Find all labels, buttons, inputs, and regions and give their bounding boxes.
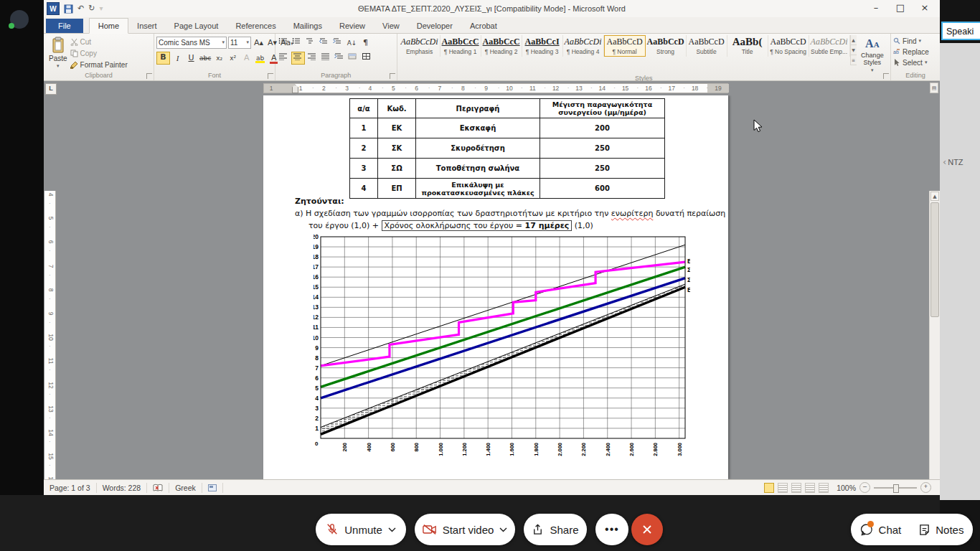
vertical-ruler[interactable]: 4·5·6·7·8·9·10·11·12·13·14·15·16·17·18·1… xyxy=(44,191,56,479)
style-title[interactable]: AaBb(Title xyxy=(727,35,768,57)
tab-insert[interactable]: Insert xyxy=(128,19,166,33)
draft-view-button[interactable] xyxy=(819,483,829,493)
subscript-button[interactable]: x₂ xyxy=(213,52,225,64)
participant-item[interactable]: ‹ ΝΤΖ xyxy=(943,156,963,167)
tab-file[interactable]: File xyxy=(46,19,83,33)
vertical-scrollbar[interactable]: ▲ ▲ ● ▼ xyxy=(929,191,940,479)
tab-review[interactable]: Review xyxy=(331,19,374,33)
styles-dialog-launcher[interactable] xyxy=(883,73,889,79)
scroll-up-icon[interactable]: ▲ xyxy=(930,192,939,201)
more-options-button[interactable]: ••• xyxy=(595,514,628,545)
gallery-up-icon[interactable]: ▲ xyxy=(851,35,857,45)
zoom-out-button[interactable]: – xyxy=(859,482,870,493)
numbering-icon[interactable] xyxy=(291,37,303,49)
paragraph-dialog-launcher[interactable] xyxy=(390,73,395,79)
notes-button[interactable]: Notes xyxy=(910,524,972,536)
bullets-icon[interactable] xyxy=(278,37,290,49)
style-normal[interactable]: AaBbCcD¶ Normal xyxy=(604,35,646,57)
gallery-down-icon[interactable]: ▼ xyxy=(851,45,857,55)
style-sample: AaBbCcD xyxy=(647,37,684,47)
fullscreen-reading-view-button[interactable] xyxy=(778,483,788,493)
highlight-button[interactable]: ab xyxy=(254,52,266,64)
group-editing: Find▾ ab Replace Select▾ Editing xyxy=(891,34,940,80)
style-heading-2[interactable]: AaBbCcC¶ Heading 2 xyxy=(481,35,522,57)
tab-mailings[interactable]: Mailings xyxy=(285,19,331,33)
borders-icon[interactable] xyxy=(361,52,373,64)
align-left-icon[interactable] xyxy=(278,52,290,64)
share-button[interactable]: Share xyxy=(524,514,587,545)
increase-indent-icon[interactable] xyxy=(332,37,344,49)
format-painter-button[interactable]: Format Painter xyxy=(70,60,128,70)
text-effects-button[interactable]: A xyxy=(240,52,253,64)
select-button[interactable]: Select▾ xyxy=(893,57,927,67)
tab-home[interactable]: Home xyxy=(89,18,128,34)
font-family-select[interactable]: Comic Sans MS▾ xyxy=(156,37,227,49)
strikethrough-button[interactable]: abc xyxy=(199,52,212,64)
leave-meeting-button[interactable] xyxy=(631,514,663,545)
decrease-indent-icon[interactable] xyxy=(319,37,331,49)
underline-button[interactable]: U xyxy=(185,52,197,64)
font-dialog-launcher[interactable] xyxy=(268,73,273,79)
style-strong[interactable]: AaBbCcDStrong xyxy=(646,35,687,57)
zoom-slider-thumb[interactable] xyxy=(893,484,899,493)
tab-acrobat[interactable]: Acrobat xyxy=(461,19,506,33)
zoom-slider[interactable] xyxy=(874,487,917,489)
page-indicator[interactable]: Page: 1 of 3 xyxy=(44,483,97,493)
document-page[interactable]: α/αΚωδ.ΠεριγραφήΜέγιστη παραγωγικότητα σ… xyxy=(263,95,728,479)
grow-font-button[interactable]: A▴ xyxy=(253,37,265,49)
print-layout-view-button[interactable] xyxy=(764,483,774,493)
tab-view[interactable]: View xyxy=(374,19,408,33)
zoom-level[interactable]: 100% xyxy=(837,484,856,492)
tab-selector[interactable]: L xyxy=(45,83,57,95)
proofing-status[interactable] xyxy=(147,483,169,493)
line-spacing-icon[interactable] xyxy=(334,52,346,64)
style-emphasis[interactable]: AaBbCcDiEmphasis xyxy=(400,35,440,57)
minimize-button[interactable]: – xyxy=(864,0,888,17)
y-tick-label: 16 xyxy=(314,273,319,281)
multilevel-list-icon[interactable] xyxy=(305,37,317,49)
ruler-number: 1 xyxy=(297,84,304,93)
unmute-button[interactable]: Unmute xyxy=(316,514,406,545)
ruler-number: 14 xyxy=(598,84,606,93)
clipboard-dialog-launcher[interactable] xyxy=(146,73,152,79)
style-heading-1[interactable]: AaBbCcC¶ Heading 1 xyxy=(440,35,481,57)
language-indicator[interactable]: Greek xyxy=(169,483,202,493)
view-ruler-toggle[interactable]: ▤ xyxy=(930,83,938,93)
style-subtitle[interactable]: AaBbCcDSubtitle xyxy=(687,35,727,57)
align-right-icon[interactable] xyxy=(306,52,319,64)
font-size-select[interactable]: 11▾ xyxy=(228,37,251,49)
horizontal-ruler[interactable]: 11·2·3·4·5·6·7·8·9·10·11·12·13·14·15·16·… xyxy=(263,83,728,93)
gallery-more-icon[interactable]: ≡ xyxy=(851,55,857,65)
cut-button[interactable]: Cut xyxy=(70,37,128,47)
close-button[interactable]: × xyxy=(913,0,937,17)
chat-button[interactable]: Chat xyxy=(852,523,910,537)
pilcrow-icon[interactable]: ¶ xyxy=(359,37,372,49)
justify-icon[interactable] xyxy=(320,52,332,64)
macro-record-button[interactable] xyxy=(202,483,223,493)
italic-button[interactable]: I xyxy=(171,52,184,64)
find-button[interactable]: Find▾ xyxy=(893,36,921,46)
style-no-spacing[interactable]: AaBbCcD¶ No Spacing xyxy=(768,35,809,57)
tab-page-layout[interactable]: Page Layout xyxy=(166,19,227,33)
superscript-button[interactable]: x² xyxy=(227,52,239,64)
copy-button[interactable]: Copy xyxy=(70,48,128,58)
shading-icon[interactable] xyxy=(347,52,359,64)
replace-button[interactable]: ab Replace xyxy=(893,47,929,57)
align-center-icon[interactable] xyxy=(291,52,305,65)
style-heading-4[interactable]: AaBbCcDi¶ Heading 4 xyxy=(563,35,604,57)
outline-view-button[interactable] xyxy=(805,483,815,493)
word-count[interactable]: Words: 228 xyxy=(97,483,148,493)
scrollbar-thumb[interactable] xyxy=(930,202,939,317)
web-layout-view-button[interactable] xyxy=(791,483,801,493)
tab-developer[interactable]: Developer xyxy=(408,19,461,33)
style-subtle-emp[interactable]: AaBbCcDiSubtle Emp... xyxy=(809,35,850,57)
zoom-in-button[interactable]: + xyxy=(920,482,931,493)
bold-button[interactable]: B xyxy=(156,52,170,65)
style-heading-3[interactable]: AaBbCcI¶ Heading 3 xyxy=(522,35,563,57)
start-video-button[interactable]: Start video xyxy=(415,514,515,545)
paste-button[interactable]: Paste▾ xyxy=(46,35,70,70)
change-styles-button[interactable]: AA Change Styles▾ xyxy=(857,35,888,74)
sort-icon[interactable]: A↓ xyxy=(346,37,358,49)
maximize-button[interactable]: □ xyxy=(888,0,913,17)
tab-references[interactable]: References xyxy=(227,19,284,33)
